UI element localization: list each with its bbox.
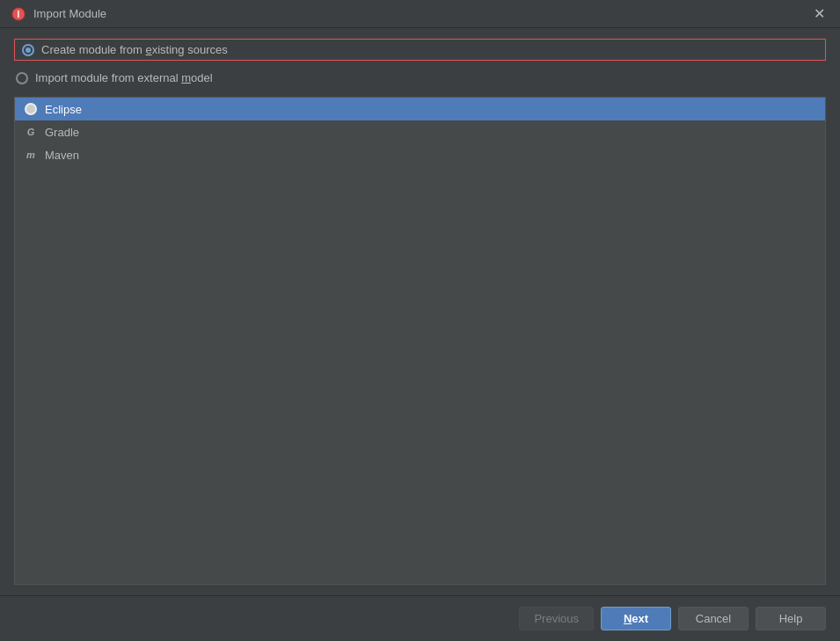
footer: Previous Next Cancel Help — [0, 595, 840, 641]
list-item-gradle[interactable]: G Gradle — [15, 120, 825, 143]
import-external-model-label: Import module from external model — [35, 71, 213, 84]
create-from-sources-radio[interactable] — [22, 44, 34, 56]
import-external-model-option[interactable]: Import module from external model — [14, 68, 826, 88]
model-list: Eclipse G Gradle m Maven — [14, 97, 826, 585]
dialog-icon: I — [11, 6, 26, 22]
previous-button[interactable]: Previous — [519, 607, 594, 630]
list-item-maven[interactable]: m Maven — [15, 143, 825, 166]
eclipse-icon — [24, 102, 38, 116]
create-from-sources-option[interactable]: Create module from existing sources — [14, 39, 826, 61]
title-bar-left: I Import Module — [11, 6, 106, 22]
title-bar: I Import Module ✕ — [0, 0, 840, 28]
help-button[interactable]: Help — [756, 607, 826, 630]
next-button[interactable]: Next — [601, 607, 671, 630]
close-button[interactable]: ✕ — [808, 4, 829, 25]
dialog-title: Import Module — [33, 7, 106, 20]
svg-text:I: I — [18, 10, 20, 19]
maven-label: Maven — [45, 149, 79, 162]
create-from-sources-label: Create module from existing sources — [41, 43, 228, 56]
gradle-label: Gradle — [45, 126, 79, 139]
next-label-text: N — [624, 612, 632, 625]
eclipse-label: Eclipse — [45, 103, 82, 116]
import-external-model-radio[interactable] — [16, 72, 28, 84]
cancel-button[interactable]: Cancel — [678, 607, 749, 630]
maven-icon: m — [24, 148, 38, 162]
import-module-dialog: I Import Module ✕ Create module from exi… — [0, 0, 840, 641]
list-item-eclipse[interactable]: Eclipse — [15, 98, 825, 120]
gradle-icon: G — [24, 125, 38, 139]
dialog-content: Create module from existing sources Impo… — [0, 28, 840, 595]
